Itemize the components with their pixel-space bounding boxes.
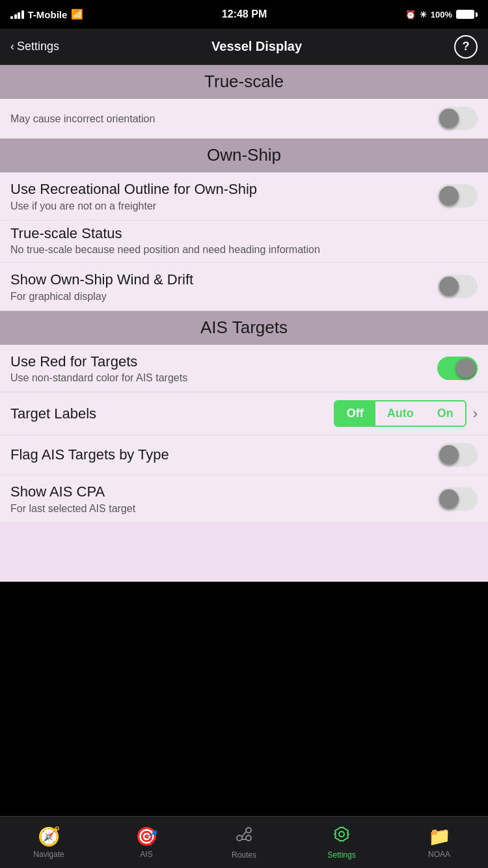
show-ais-cpa-subtitle: For last selected AIS target — [10, 503, 427, 515]
true-scale-text: May cause incorrect orientation — [10, 112, 437, 125]
section-header-true-scale: True-scale — [0, 65, 488, 99]
svg-point-1 — [246, 828, 251, 833]
true-scale-toggle[interactable] — [437, 107, 478, 130]
true-scale-status-subtitle: No true-scale because need position and … — [10, 244, 478, 256]
alarm-icon: ⏰ — [405, 10, 416, 20]
use-red-targets-row: Use Red for Targets Use non-standard col… — [0, 345, 488, 393]
show-ais-cpa-title: Show AIS CPA — [10, 483, 427, 502]
show-ais-cpa-text: Show AIS CPA For last selected AIS targe… — [10, 483, 437, 515]
seg-btn-auto[interactable]: Auto — [375, 401, 426, 426]
own-ship-wind-toggle[interactable] — [437, 275, 478, 298]
carrier-label: T-Mobile — [28, 9, 68, 20]
show-ais-cpa-knob — [439, 489, 459, 509]
show-ais-cpa-toggle[interactable] — [437, 487, 478, 511]
true-scale-status-title: True-scale Status — [10, 224, 478, 243]
status-right: ⏰ ✳ 100% — [405, 10, 478, 20]
flag-ais-type-row: Flag AIS Targets by Type — [0, 435, 488, 475]
seg-btn-on[interactable]: On — [426, 401, 465, 426]
tab-navigate[interactable]: 🧭 Navigate — [0, 826, 98, 859]
recreational-outline-knob — [439, 186, 459, 206]
settings-icon — [332, 825, 351, 848]
seg-btn-off[interactable]: Off — [335, 401, 375, 426]
recreational-outline-row: Use Recreational Outline for Own-Ship Us… — [0, 172, 488, 221]
target-labels-title: Target Labels — [10, 405, 323, 424]
ais-icon: 🎯 — [135, 826, 158, 847]
battery-percent: 100% — [431, 10, 452, 20]
section-header-ais-targets: AIS Targets — [0, 311, 488, 345]
battery-icon — [456, 10, 478, 19]
tab-settings[interactable]: Settings — [293, 825, 390, 860]
section-header-own-ship: Own-Ship — [0, 139, 488, 172]
noaa-icon: 📁 — [428, 826, 451, 847]
recreational-outline-toggle[interactable] — [437, 184, 478, 208]
tab-noaa[interactable]: 📁 NOAA — [390, 826, 488, 859]
target-labels-segmented: Off Auto On — [334, 400, 467, 427]
help-button[interactable]: ? — [454, 35, 478, 59]
recreational-outline-title: Use Recreational Outline for Own-Ship — [10, 180, 427, 199]
target-labels-text: Target Labels — [10, 405, 334, 424]
recreational-outline-text: Use Recreational Outline for Own-Ship Us… — [10, 180, 437, 212]
content-area: True-scale May cause incorrect orientati… — [0, 65, 488, 582]
wifi-icon: 📶 — [71, 8, 83, 20]
flag-ais-type-text: Flag AIS Targets by Type — [10, 446, 437, 465]
use-red-targets-toggle[interactable] — [437, 357, 478, 380]
nav-title: Vessel Display — [211, 39, 302, 54]
use-red-targets-knob — [456, 359, 476, 378]
svg-point-2 — [246, 835, 251, 841]
help-label: ? — [463, 40, 470, 53]
true-scale-status-row: True-scale Status No true-scale because … — [0, 221, 488, 264]
flag-ais-type-title: Flag AIS Targets by Type — [10, 446, 427, 465]
tab-routes-label: Routes — [232, 850, 256, 860]
navigate-icon: 🧭 — [38, 826, 61, 847]
tab-settings-label: Settings — [327, 850, 355, 860]
own-ship-wind-subtitle: For graphical display — [10, 291, 427, 303]
show-ais-cpa-row: Show AIS CPA For last selected AIS targe… — [0, 475, 488, 523]
chevron-left-icon: ‹ — [10, 40, 14, 53]
use-red-targets-text: Use Red for Targets Use non-standard col… — [10, 353, 437, 385]
own-ship-wind-text: Show Own-Ship Wind & Drift For graphical… — [10, 271, 437, 303]
true-scale-toggle-row: May cause incorrect orientation — [0, 99, 488, 139]
svg-point-0 — [237, 835, 242, 841]
tab-noaa-label: NOAA — [428, 850, 450, 859]
flag-ais-type-toggle[interactable] — [437, 443, 478, 467]
recreational-outline-subtitle: Use if you are not on a freighter — [10, 200, 427, 212]
nav-bar: ‹ Settings Vessel Display ? — [0, 29, 488, 65]
own-ship-wind-row: Show Own-Ship Wind & Drift For graphical… — [0, 263, 488, 311]
tab-routes[interactable]: Routes — [195, 825, 293, 860]
tab-navigate-label: Navigate — [33, 850, 64, 859]
time-label: 12:48 PM — [222, 8, 267, 20]
svg-line-3 — [242, 832, 246, 837]
back-label: Settings — [17, 40, 59, 53]
own-ship-wind-knob — [439, 277, 459, 296]
signal-icon — [10, 10, 24, 19]
back-button[interactable]: ‹ Settings — [10, 40, 59, 53]
tab-ais-label: AIS — [140, 850, 152, 859]
true-scale-toggle-knob — [439, 109, 459, 128]
own-ship-wind-title: Show Own-Ship Wind & Drift — [10, 271, 427, 290]
routes-icon — [235, 825, 253, 848]
true-scale-subtitle: May cause incorrect orientation — [10, 113, 427, 125]
flag-ais-type-knob — [439, 445, 459, 465]
status-bar: T-Mobile 📶 12:48 PM ⏰ ✳ 100% — [0, 0, 488, 29]
use-red-targets-subtitle: Use non-standard color for AIS targets — [10, 372, 427, 384]
chevron-right-icon: › — [470, 405, 478, 422]
tab-bar: 🧭 Navigate 🎯 AIS Routes Settings 📁 — [0, 816, 488, 868]
target-labels-row: Target Labels Off Auto On › — [0, 392, 488, 435]
bluetooth-icon: ✳ — [420, 10, 427, 20]
status-left: T-Mobile 📶 — [10, 8, 83, 20]
tab-ais[interactable]: 🎯 AIS — [98, 826, 195, 859]
use-red-targets-title: Use Red for Targets — [10, 353, 427, 372]
